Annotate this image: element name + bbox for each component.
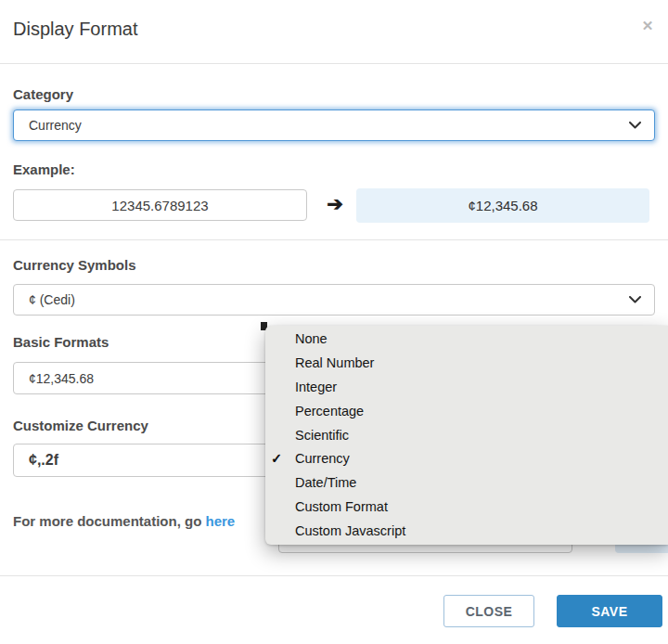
docs-text: For more documentation, go here [13, 513, 235, 529]
footer-divider [0, 575, 668, 576]
category-select-value: Currency [29, 118, 629, 133]
category-select[interactable]: Currency [13, 109, 655, 141]
category-dropdown-menu: None Real Number Integer Percentage Scie… [265, 326, 668, 545]
customize-currency-label: Customize Currency [13, 418, 148, 433]
menu-item-percentage[interactable]: Percentage [265, 400, 668, 424]
menu-item-custom-format[interactable]: Custom Format [265, 496, 668, 520]
section-divider [0, 239, 668, 240]
category-label: Category [13, 86, 73, 102]
docs-text-prefix: For more documentation, go [13, 513, 206, 529]
menu-item-real-number[interactable]: Real Number [265, 352, 668, 376]
menu-item-scientific[interactable]: Scientific [265, 424, 668, 448]
example-label: Example: [13, 161, 75, 177]
menu-item-date-time[interactable]: Date/Time [265, 471, 668, 496]
menu-item-custom-javascript[interactable]: Custom Javascript [265, 520, 668, 544]
arrow-right-icon: ➔ [319, 193, 351, 215]
chevron-down-icon [629, 122, 641, 129]
close-button[interactable]: CLOSE [443, 595, 534, 627]
close-icon[interactable]: ✕ [636, 15, 659, 37]
page-title: Display Format [13, 19, 137, 40]
display-format-dialog: { "dialog": { "title": "Display Format",… [0, 0, 668, 644]
checkmark-icon: ✓ [271, 447, 282, 471]
currency-symbols-select[interactable]: ¢ (Cedi) [13, 284, 655, 316]
docs-here-link[interactable]: here [206, 513, 236, 529]
basic-formats-label: Basic Formats [13, 334, 109, 350]
save-button[interactable]: SAVE [557, 595, 662, 627]
example-result: ¢12,345.68 [356, 188, 649, 223]
menu-item-integer[interactable]: Integer [265, 376, 668, 400]
menu-item-none[interactable]: None [265, 328, 668, 352]
currency-symbols-value: ¢ (Cedi) [29, 292, 629, 307]
chevron-down-icon [629, 296, 641, 303]
header-divider [0, 63, 668, 64]
currency-symbols-label: Currency Symbols [13, 257, 136, 273]
example-input[interactable] [13, 189, 307, 221]
menu-item-currency[interactable]: ✓ Currency [265, 447, 668, 471]
